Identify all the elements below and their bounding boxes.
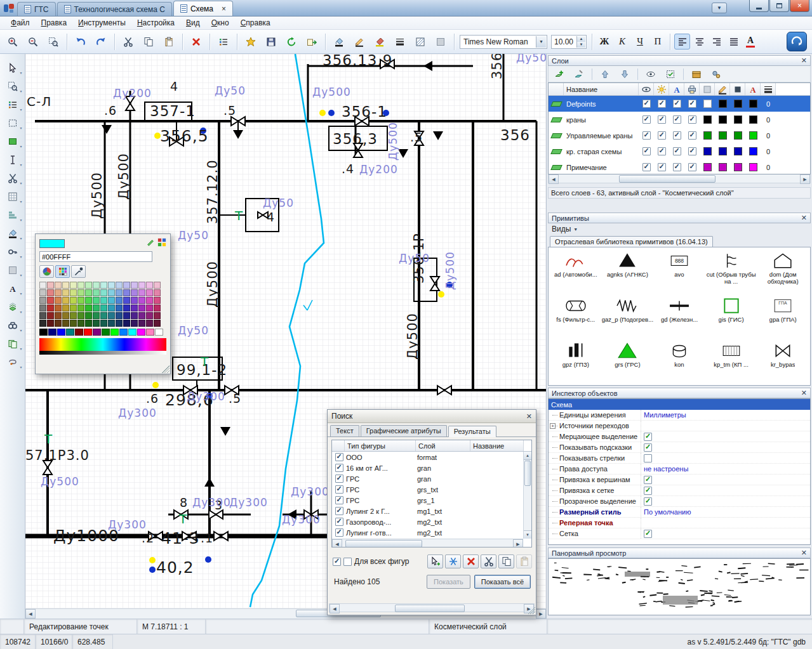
palette-color-cell[interactable] (39, 320, 46, 327)
search-tab-0[interactable]: Текст (330, 425, 359, 436)
scrollbar-thumb[interactable] (395, 605, 465, 612)
layer-checkbox[interactable] (642, 147, 651, 155)
layer-checkbox[interactable] (673, 100, 681, 108)
paste-button[interactable] (159, 32, 178, 51)
palette-color-cell[interactable] (154, 320, 161, 327)
export-button[interactable] (302, 32, 321, 51)
primitive-item-gpa[interactable]: ГПАgpa (ГПА) (757, 294, 809, 339)
palette-color-cell[interactable] (154, 305, 161, 311)
align-justify-button[interactable] (726, 34, 742, 49)
palette-color-cell[interactable] (62, 305, 69, 311)
palette-color-cell[interactable] (131, 297, 138, 304)
palette-color-cell[interactable] (77, 289, 84, 296)
palette-color-cell[interactable] (62, 297, 69, 304)
palette-color-cell[interactable] (85, 289, 92, 296)
color-palette-grid[interactable] (39, 282, 166, 327)
palette-color-cell[interactable] (39, 297, 46, 304)
palette-color-cell[interactable] (131, 320, 138, 327)
palette-color-cell[interactable] (123, 320, 130, 327)
palette-color-cell[interactable] (93, 305, 100, 311)
minimize-button[interactable] (749, 0, 769, 12)
search-column-header[interactable]: Тип фигуры (345, 440, 416, 451)
tool-ibeam-button[interactable] (3, 151, 23, 168)
palette-color-cell[interactable] (154, 282, 161, 289)
palette-color-cell[interactable] (108, 320, 115, 327)
search-bottom-scrollbar[interactable]: ◀ ▶ (329, 603, 535, 612)
palette-color-cell[interactable] (47, 305, 54, 311)
chevron-down-icon[interactable]: ▼ (536, 36, 546, 48)
fill-column-icon[interactable] (700, 83, 715, 95)
menu-item-0[interactable]: Файл (5, 17, 36, 29)
palette-color-cell[interactable] (138, 320, 145, 327)
menu-item-5[interactable]: Окно (206, 17, 235, 29)
palette-color-cell[interactable] (55, 289, 62, 296)
basic-color-cell[interactable] (110, 329, 119, 336)
secondary-checkbox[interactable] (343, 558, 352, 566)
font-color-button[interactable]: А (742, 34, 759, 50)
primitive-item-cut[interactable]: cut (Обрыв трубы на ... (705, 249, 757, 294)
font-size-spinner[interactable]: 10.00 ▲▼ ▲▼ (551, 35, 587, 49)
search-results-table[interactable]: Тип фигурыСлойНазваниеОООformat16 км от … (331, 440, 532, 547)
layer-row[interactable]: краны0 (549, 112, 810, 128)
tool-green-box-button[interactable] (3, 133, 23, 150)
delete-button[interactable] (463, 554, 479, 568)
layer-checkbox[interactable] (688, 100, 696, 108)
palette-color-cell[interactable] (47, 297, 54, 304)
tool-text-a-button[interactable]: A (3, 280, 23, 297)
font-column-icon[interactable]: A (745, 83, 761, 95)
search-tab-2[interactable]: Результаты (448, 426, 496, 437)
menu-item-6[interactable]: Справка (235, 17, 276, 29)
font-name-combobox[interactable]: Times New Roman ▼ (460, 35, 547, 49)
palette-color-cell[interactable] (77, 305, 84, 311)
result-checkbox[interactable] (335, 518, 343, 526)
brightness-gradient-bar[interactable] (39, 351, 166, 355)
tool-pages-button[interactable] (3, 335, 23, 352)
palette-color-cell[interactable] (100, 297, 107, 304)
tab-close-icon[interactable]: × (222, 5, 226, 13)
palette-color-cell[interactable] (108, 312, 115, 319)
layer-color-swatch[interactable] (719, 147, 727, 155)
scroll-left-icon[interactable]: ◀ (329, 604, 340, 613)
property-checkbox[interactable] (644, 487, 652, 495)
basic-color-cell[interactable] (128, 329, 136, 336)
show-all-button[interactable] (642, 67, 659, 81)
pen-column-icon[interactable] (715, 83, 730, 95)
layer-checkbox[interactable] (673, 115, 681, 124)
list-button[interactable] (214, 32, 233, 51)
tool-pointer-button[interactable] (3, 59, 23, 76)
search-result-row[interactable]: Лупинг г-отв...mg2_txt (332, 527, 531, 538)
palette-color-cell[interactable] (100, 320, 107, 327)
tool-cut-button[interactable] (3, 169, 23, 187)
palette-color-cell[interactable] (116, 305, 123, 311)
scroll-right-icon[interactable]: ▶ (536, 609, 546, 619)
maximize-button[interactable] (769, 0, 789, 12)
basic-color-cell[interactable] (39, 329, 48, 336)
edit-layer-button[interactable] (571, 67, 587, 81)
palette-color-cell[interactable] (100, 282, 107, 289)
scrollbar-thumb[interactable] (524, 461, 531, 486)
basic-color-cell[interactable] (119, 329, 128, 336)
close-icon[interactable]: ✕ (801, 390, 807, 397)
format-button-3[interactable]: П (649, 34, 666, 50)
palette-color-cell[interactable] (108, 297, 115, 304)
align-left-button[interactable] (674, 34, 690, 49)
search-column-header[interactable]: Слой (416, 440, 470, 451)
layer-checkbox[interactable] (688, 147, 696, 155)
eyedropper-button[interactable] (71, 265, 86, 278)
print-column-icon[interactable] (684, 83, 700, 95)
result-checkbox[interactable] (335, 507, 343, 515)
tool-grid-button[interactable] (3, 188, 23, 205)
property-checkbox[interactable] (644, 497, 652, 506)
layer-checkbox[interactable] (673, 163, 681, 171)
document-tab[interactable]: Технологическая схема С (57, 2, 172, 16)
copy-button[interactable] (139, 32, 158, 51)
search-horizontal-scrollbar[interactable]: ◀▶ (332, 539, 523, 547)
palette-color-cell[interactable] (116, 320, 123, 327)
palette-color-cell[interactable] (47, 289, 54, 296)
paste-button[interactable] (516, 554, 532, 568)
palette-color-cell[interactable] (123, 305, 130, 311)
move-down-button[interactable] (616, 67, 633, 81)
palette-color-cell[interactable] (138, 289, 145, 296)
search-result-row[interactable]: ГРСgrs_1 (332, 495, 531, 506)
palette-color-cell[interactable] (85, 282, 92, 289)
